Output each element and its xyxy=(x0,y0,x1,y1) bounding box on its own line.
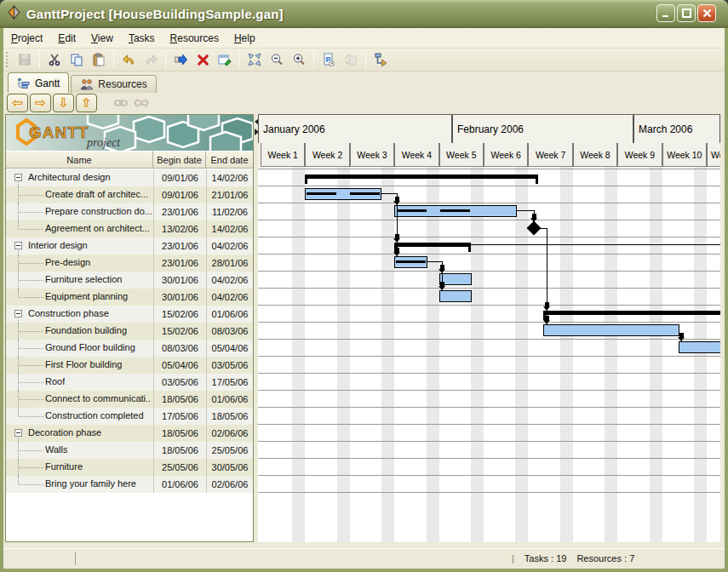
collapse-icon[interactable] xyxy=(14,429,22,437)
column-header-name[interactable]: Name xyxy=(6,151,153,169)
table-row[interactable]: Bring your family here01/06/0602/06/06 xyxy=(6,476,253,493)
table-row[interactable]: Decoration phase18/05/0602/06/06 xyxy=(6,425,253,442)
menu-tasks[interactable]: Tasks xyxy=(121,30,163,47)
task-end-date: 04/02/06 xyxy=(206,237,253,255)
table-row[interactable]: Connect to communicati...18/05/0601/06/0… xyxy=(6,391,253,408)
column-header-end-date[interactable]: End date xyxy=(206,151,253,169)
row-gridline xyxy=(258,203,720,203)
week-cell: Week 4 xyxy=(394,143,439,167)
main-content: GANTT project Name Begin date End date A… xyxy=(3,113,725,548)
link-tasks-button[interactable] xyxy=(111,94,131,112)
move-task-down-button[interactable]: ⇩ xyxy=(53,94,74,112)
dependency-arrow xyxy=(393,238,400,243)
copy-button[interactable] xyxy=(66,49,88,70)
critical-path-button[interactable]: P xyxy=(318,49,340,70)
table-row[interactable]: Ground Floor building08/03/0605/04/06 xyxy=(6,340,253,357)
table-row[interactable]: Foundation building15/02/0608/03/06 xyxy=(6,323,253,340)
resources-count: Resources : 7 xyxy=(576,553,634,563)
tab-resources[interactable]: Resources xyxy=(71,75,156,93)
menu-help[interactable]: Help xyxy=(226,30,263,47)
zoom-in-button[interactable] xyxy=(288,49,310,70)
task-progress-line xyxy=(350,192,380,195)
zoom-out-button[interactable] xyxy=(266,49,288,70)
scroll-right-button[interactable]: ⇨ xyxy=(30,94,51,112)
save-button[interactable] xyxy=(14,49,36,70)
recalculate-button[interactable] xyxy=(340,49,362,70)
zoom-fit-button[interactable] xyxy=(244,49,266,70)
close-button[interactable] xyxy=(697,4,716,22)
dependency-arrow xyxy=(543,320,550,324)
table-row[interactable]: Walls18/05/0625/05/06 xyxy=(6,442,253,459)
collapse-icon[interactable] xyxy=(14,174,22,181)
undo-icon xyxy=(122,53,136,66)
toolbar-grip[interactable] xyxy=(6,52,11,67)
row-gridline xyxy=(258,220,720,220)
task-hierarchy-icon xyxy=(374,53,388,66)
table-row[interactable]: First Floor building05/04/0603/05/06 xyxy=(6,357,253,374)
cut-button[interactable] xyxy=(43,49,66,70)
summary-task-bar[interactable] xyxy=(543,311,720,315)
ganttproject-logo: GANTT project xyxy=(6,115,253,151)
title-bar[interactable]: GanttProject [HouseBuildingSample.gan] xyxy=(0,0,728,28)
table-row[interactable]: Roof03/05/0617/05/06 xyxy=(6,374,253,391)
task-name: Walls xyxy=(45,444,67,455)
table-row[interactable]: Interior design23/01/0604/02/06 xyxy=(6,237,253,255)
link-icon xyxy=(113,97,129,109)
delete-task-button[interactable] xyxy=(192,49,214,70)
task-begin-date: 30/01/06 xyxy=(153,289,206,306)
table-row[interactable]: Agreement on architect...13/02/0614/02/0… xyxy=(6,220,253,237)
task-name: Architectural design xyxy=(28,172,111,182)
milestone-diamond[interactable] xyxy=(527,221,542,236)
task-name: Connect to communicati... xyxy=(45,393,152,403)
task-properties-button[interactable] xyxy=(214,49,236,70)
new-task-button[interactable] xyxy=(169,49,192,70)
collapse-icon[interactable] xyxy=(14,242,22,249)
task-end-date: 18/05/06 xyxy=(206,408,253,425)
unlink-tasks-button[interactable] xyxy=(131,94,152,112)
summary-task-bar[interactable] xyxy=(305,174,538,179)
toolbar-separator xyxy=(365,51,366,68)
week-cell: Week 8 xyxy=(573,143,617,167)
tab-gantt[interactable]: Gantt xyxy=(8,72,69,93)
menu-resources[interactable]: Resources xyxy=(163,30,226,47)
task-hierarchy-button[interactable] xyxy=(370,49,392,70)
row-gridline xyxy=(258,322,720,323)
task-bar[interactable] xyxy=(679,341,720,353)
table-row[interactable]: Construction completed17/05/0618/05/06 xyxy=(6,408,253,425)
collapse-icon[interactable] xyxy=(14,310,22,317)
week-cell: Week 5 xyxy=(439,143,484,167)
paste-button[interactable] xyxy=(88,49,110,70)
column-header-begin-date[interactable]: Begin date xyxy=(153,151,206,169)
table-row[interactable]: Create draft of architec...09/01/0621/01… xyxy=(6,186,253,203)
redo-button[interactable] xyxy=(140,49,162,70)
table-row[interactable]: Pre-design23/01/0628/01/06 xyxy=(6,255,253,272)
task-end-date: 14/02/06 xyxy=(206,220,253,237)
minimize-button[interactable] xyxy=(656,4,675,22)
table-row[interactable]: Prepare construction do...23/01/0611/02/… xyxy=(6,203,253,220)
task-name: Pre-design xyxy=(45,257,90,267)
task-end-date: 03/05/06 xyxy=(206,357,253,374)
task-properties-icon xyxy=(218,53,232,66)
menu-project[interactable]: Project xyxy=(3,30,50,47)
undo-button[interactable] xyxy=(118,49,140,70)
summary-task-bar[interactable] xyxy=(394,243,471,247)
table-row[interactable]: Furniture25/05/0630/05/06 xyxy=(6,459,253,476)
table-row[interactable]: Furniture selection30/01/0604/02/06 xyxy=(6,272,253,289)
task-bar[interactable] xyxy=(439,290,472,302)
week-cell: Week 1 xyxy=(261,143,305,167)
new-task-icon xyxy=(174,53,188,66)
move-task-up-button[interactable]: ⇧ xyxy=(76,94,97,112)
menu-edit[interactable]: Edit xyxy=(50,30,83,47)
task-end-date: 02/06/06 xyxy=(206,476,253,493)
ganttproject-window: GanttProject [HouseBuildingSample.gan] P… xyxy=(0,0,728,572)
task-bar[interactable] xyxy=(543,324,679,336)
resources-icon xyxy=(80,78,94,91)
week-header: Week 1Week 2Week 3Week 4Week 5Week 6Week… xyxy=(258,143,720,167)
scroll-left-button[interactable]: ⇦ xyxy=(7,94,28,112)
table-row[interactable]: Construction phase15/02/0601/06/06 xyxy=(6,306,253,323)
row-gridline xyxy=(258,186,720,186)
menu-view[interactable]: View xyxy=(83,30,121,47)
table-row[interactable]: Equipment planning30/01/0604/02/06 xyxy=(6,289,253,306)
maximize-button[interactable] xyxy=(677,4,696,22)
table-row[interactable]: Architectural design09/01/0614/02/06 xyxy=(6,169,253,186)
